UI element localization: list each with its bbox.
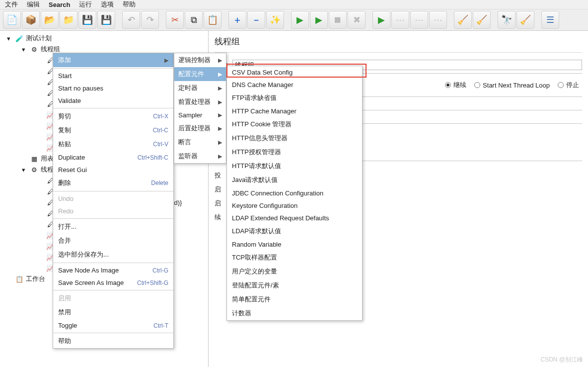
ctx-undo[interactable]: Undo: [53, 192, 173, 205]
sub2-item[interactable]: LDAP请求默认值: [227, 224, 362, 238]
menu-edit[interactable]: 编辑: [27, 0, 40, 9]
sub1-pre[interactable]: 前置处理器▶: [174, 95, 226, 109]
sub1-logic[interactable]: 逻辑控制器▶: [174, 53, 226, 67]
add-button[interactable]: ＋: [228, 11, 246, 29]
ctx-add[interactable]: 添加▶: [53, 53, 173, 67]
sub1-assert[interactable]: 断言▶: [174, 135, 226, 149]
ctx-open[interactable]: 打开...: [53, 220, 173, 234]
sub2-item[interactable]: 简单配置元件: [227, 292, 362, 306]
sub2-item[interactable]: FTP请求缺省值: [227, 91, 362, 105]
remote-start-button[interactable]: ▶: [372, 11, 390, 29]
sub2-item[interactable]: CSV Data Set Config: [227, 66, 362, 79]
remote-shutdown-button[interactable]: ⋯: [429, 11, 447, 29]
chevron-right-icon: ▶: [218, 125, 222, 132]
ctx-help[interactable]: 帮助: [53, 334, 173, 348]
menu-run[interactable]: 运行: [79, 0, 92, 9]
undo-button[interactable]: ↶: [122, 11, 140, 29]
toolbar: 📄 📦 📂 📁 💾 💾 ↶ ↷ ✂ ⧉ 📋 ＋ － ✨ ▶ ▶ ⏹ ✖ ▶ ⋯ …: [0, 9, 588, 31]
sub2-item[interactable]: 计数器: [227, 306, 362, 320]
copy-button[interactable]: ⧉: [185, 11, 203, 29]
sub2-item[interactable]: 用户定义的变量: [227, 265, 362, 278]
sub1-listener[interactable]: 监听器▶: [174, 149, 226, 163]
sub2-item[interactable]: TCP取样器配置: [227, 251, 362, 265]
new-button[interactable]: 📄: [3, 11, 21, 29]
sub2-item[interactable]: HTTP授权管理器: [227, 145, 362, 159]
shutdown-button[interactable]: ✖: [348, 11, 366, 29]
ctx-disable[interactable]: 禁用: [53, 305, 173, 319]
paste-button[interactable]: 📋: [204, 11, 221, 29]
radio-continue[interactable]: 继续: [445, 81, 466, 90]
ctx-delete[interactable]: 删除Delete: [53, 176, 173, 190]
ctx-save-node[interactable]: Save Node As ImageCtrl-G: [53, 264, 173, 276]
ctx-paste[interactable]: 粘贴Ctrl-V: [53, 137, 173, 151]
sub2-item[interactable]: HTTP信息头管理器: [227, 131, 362, 145]
stop-button[interactable]: ⏹: [329, 11, 347, 29]
sub1-config[interactable]: 配置元件▶: [174, 67, 226, 81]
file-icon: 📄: [6, 15, 17, 24]
cut-button[interactable]: ✂: [166, 11, 184, 29]
table-icon: ▦: [30, 154, 39, 163]
minus-icon: －: [252, 15, 261, 24]
remote-stop-button[interactable]: ⋯: [410, 11, 428, 29]
ctx-save-screen[interactable]: Save Screen As ImageCtrl+Shift-G: [53, 276, 173, 289]
sub1-sampler[interactable]: Sampler▶: [174, 109, 226, 121]
sub2-item[interactable]: DNS Cache Manager: [227, 79, 362, 91]
copy-icon: ⧉: [191, 15, 197, 24]
ctx-copy[interactable]: 复制Ctrl-C: [53, 123, 173, 137]
sub2-item[interactable]: JDBC Connection Configuration: [227, 187, 362, 199]
clear-all-button[interactable]: 🧹: [473, 11, 491, 29]
run-button[interactable]: ▶: [291, 11, 309, 29]
ctx-cut[interactable]: 剪切Ctrl-X: [53, 109, 173, 123]
menu-options[interactable]: 选项: [101, 0, 114, 9]
add-submenu: 逻辑控制器▶ 配置元件▶ 定时器▶ 前置处理器▶ Sampler▶ 后置处理器▶…: [174, 53, 226, 164]
ctx-start-no-pauses[interactable]: Start no pauses: [53, 82, 173, 94]
sub1-timer[interactable]: 定时器▶: [174, 81, 226, 95]
templates-button[interactable]: 📦: [22, 11, 40, 29]
search-button[interactable]: 🔭: [498, 11, 515, 29]
sub1-post[interactable]: 后置处理器▶: [174, 121, 226, 135]
sub2-item[interactable]: 登陆配置元件/素: [227, 278, 362, 292]
sub2-item[interactable]: Keystore Configuration: [227, 199, 362, 212]
menu-bar: 文件 编辑 Search 运行 选项 帮助: [0, 0, 588, 9]
clear-button[interactable]: 🧹: [454, 11, 472, 29]
menu-file[interactable]: 文件: [5, 0, 18, 9]
function-helper-button[interactable]: 🧹: [516, 11, 534, 29]
radio-stop[interactable]: 停止: [558, 81, 579, 90]
redo-button[interactable]: ↷: [141, 11, 159, 29]
ctx-validate[interactable]: Validate: [53, 94, 173, 107]
sub2-item[interactable]: Java请求默认值: [227, 173, 362, 187]
menu-help[interactable]: 帮助: [123, 0, 136, 9]
run-next-button[interactable]: ▶: [310, 11, 328, 29]
play-next-icon: ▶: [315, 15, 322, 24]
save-button[interactable]: 💾: [78, 11, 96, 29]
ctx-toggle[interactable]: ToggleCtrl-T: [53, 319, 173, 332]
stop-icon: ⏹: [333, 15, 342, 24]
help-button[interactable]: ☰: [541, 11, 559, 29]
sub2-item[interactable]: LDAP Extended Request Defaults: [227, 212, 362, 224]
sub2-item[interactable]: HTTP Cookie 管理器: [227, 117, 362, 131]
sub2-item[interactable]: Random Variable: [227, 238, 362, 251]
expand-icon[interactable]: ▾: [19, 45, 28, 54]
tree-root[interactable]: ▾ 🧪 测试计划: [4, 33, 208, 44]
ctx-duplicate[interactable]: DuplicateCtrl+Shift-C: [53, 151, 173, 164]
remove-button[interactable]: －: [247, 11, 265, 29]
sub2-item[interactable]: HTTP Cache Manager: [227, 105, 362, 117]
ctx-save-selection[interactable]: 选中部分保存为...: [53, 248, 173, 262]
close-button[interactable]: 📁: [60, 11, 77, 29]
expand-icon[interactable]: ▾: [19, 165, 28, 174]
wand-button[interactable]: ✨: [266, 11, 284, 29]
open-button[interactable]: 📂: [41, 11, 59, 29]
remote-step-button[interactable]: ⋯: [391, 11, 409, 29]
ctx-redo[interactable]: Redo: [53, 205, 173, 217]
menu-search[interactable]: Search: [49, 1, 70, 8]
remote-play-icon: ▶: [378, 15, 385, 24]
radio-next-loop[interactable]: Start Next Thread Loop: [474, 82, 550, 89]
ctx-enable[interactable]: 启用: [53, 291, 173, 305]
save-as-button[interactable]: 💾: [97, 11, 115, 29]
ctx-merge[interactable]: 合并: [53, 234, 173, 248]
sub2-item[interactable]: HTTP请求默认值: [227, 159, 362, 173]
expand-icon[interactable]: ▾: [4, 34, 13, 43]
ctx-reset[interactable]: Reset Gui: [53, 164, 173, 176]
ctx-start[interactable]: Start: [53, 70, 173, 82]
clipboard-icon: 📋: [15, 275, 24, 283]
